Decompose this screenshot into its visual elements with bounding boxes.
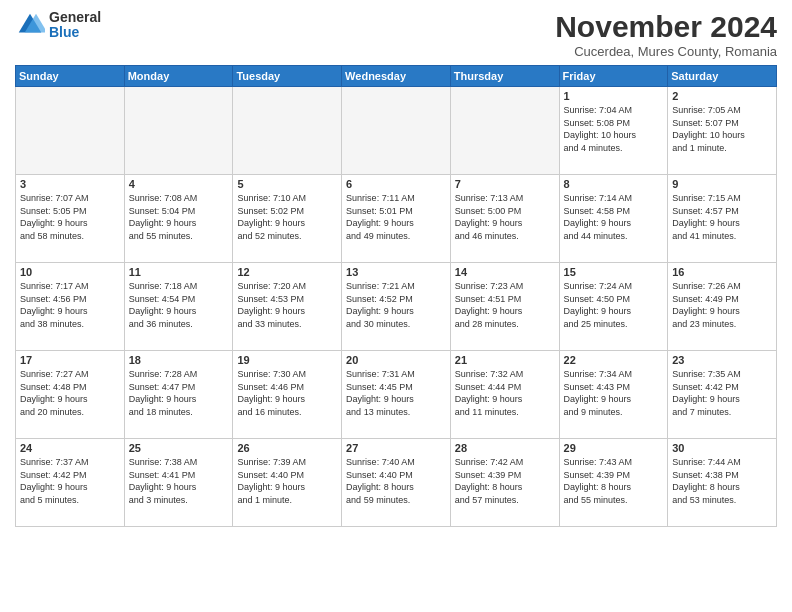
day-number: 5 [237,178,337,190]
day-info: Sunrise: 7:15 AM Sunset: 4:57 PM Dayligh… [672,192,772,242]
calendar-cell: 12Sunrise: 7:20 AM Sunset: 4:53 PM Dayli… [233,263,342,351]
day-number: 10 [20,266,120,278]
day-number: 29 [564,442,664,454]
day-info: Sunrise: 7:07 AM Sunset: 5:05 PM Dayligh… [20,192,120,242]
calendar-cell: 16Sunrise: 7:26 AM Sunset: 4:49 PM Dayli… [668,263,777,351]
day-number: 21 [455,354,555,366]
calendar-cell: 21Sunrise: 7:32 AM Sunset: 4:44 PM Dayli… [450,351,559,439]
calendar-cell: 3Sunrise: 7:07 AM Sunset: 5:05 PM Daylig… [16,175,125,263]
day-number: 20 [346,354,446,366]
day-number: 26 [237,442,337,454]
day-number: 7 [455,178,555,190]
month-title: November 2024 [555,10,777,44]
day-number: 9 [672,178,772,190]
calendar-cell: 2Sunrise: 7:05 AM Sunset: 5:07 PM Daylig… [668,87,777,175]
calendar-cell: 26Sunrise: 7:39 AM Sunset: 4:40 PM Dayli… [233,439,342,527]
calendar-cell: 6Sunrise: 7:11 AM Sunset: 5:01 PM Daylig… [342,175,451,263]
calendar-row: 3Sunrise: 7:07 AM Sunset: 5:05 PM Daylig… [16,175,777,263]
day-number: 24 [20,442,120,454]
calendar-cell: 13Sunrise: 7:21 AM Sunset: 4:52 PM Dayli… [342,263,451,351]
day-info: Sunrise: 7:27 AM Sunset: 4:48 PM Dayligh… [20,368,120,418]
weekday-header: Friday [559,66,668,87]
calendar-cell [233,87,342,175]
day-info: Sunrise: 7:37 AM Sunset: 4:42 PM Dayligh… [20,456,120,506]
calendar-cell: 10Sunrise: 7:17 AM Sunset: 4:56 PM Dayli… [16,263,125,351]
day-number: 1 [564,90,664,102]
calendar-row: 17Sunrise: 7:27 AM Sunset: 4:48 PM Dayli… [16,351,777,439]
day-number: 4 [129,178,229,190]
calendar-cell: 27Sunrise: 7:40 AM Sunset: 4:40 PM Dayli… [342,439,451,527]
weekday-header: Sunday [16,66,125,87]
location-subtitle: Cucerdea, Mures County, Romania [555,44,777,59]
weekday-header: Thursday [450,66,559,87]
day-info: Sunrise: 7:35 AM Sunset: 4:42 PM Dayligh… [672,368,772,418]
day-info: Sunrise: 7:26 AM Sunset: 4:49 PM Dayligh… [672,280,772,330]
day-number: 11 [129,266,229,278]
day-info: Sunrise: 7:20 AM Sunset: 4:53 PM Dayligh… [237,280,337,330]
calendar: SundayMondayTuesdayWednesdayThursdayFrid… [15,65,777,527]
calendar-cell: 8Sunrise: 7:14 AM Sunset: 4:58 PM Daylig… [559,175,668,263]
day-info: Sunrise: 7:13 AM Sunset: 5:00 PM Dayligh… [455,192,555,242]
title-block: November 2024 Cucerdea, Mures County, Ro… [555,10,777,59]
day-info: Sunrise: 7:34 AM Sunset: 4:43 PM Dayligh… [564,368,664,418]
day-number: 8 [564,178,664,190]
day-info: Sunrise: 7:40 AM Sunset: 4:40 PM Dayligh… [346,456,446,506]
calendar-cell: 11Sunrise: 7:18 AM Sunset: 4:54 PM Dayli… [124,263,233,351]
day-info: Sunrise: 7:11 AM Sunset: 5:01 PM Dayligh… [346,192,446,242]
calendar-cell: 18Sunrise: 7:28 AM Sunset: 4:47 PM Dayli… [124,351,233,439]
calendar-cell: 20Sunrise: 7:31 AM Sunset: 4:45 PM Dayli… [342,351,451,439]
weekday-row: SundayMondayTuesdayWednesdayThursdayFrid… [16,66,777,87]
day-info: Sunrise: 7:30 AM Sunset: 4:46 PM Dayligh… [237,368,337,418]
day-info: Sunrise: 7:39 AM Sunset: 4:40 PM Dayligh… [237,456,337,506]
day-number: 23 [672,354,772,366]
calendar-header: SundayMondayTuesdayWednesdayThursdayFrid… [16,66,777,87]
day-info: Sunrise: 7:21 AM Sunset: 4:52 PM Dayligh… [346,280,446,330]
day-info: Sunrise: 7:43 AM Sunset: 4:39 PM Dayligh… [564,456,664,506]
calendar-cell [450,87,559,175]
day-number: 18 [129,354,229,366]
day-number: 30 [672,442,772,454]
day-info: Sunrise: 7:28 AM Sunset: 4:47 PM Dayligh… [129,368,229,418]
calendar-cell: 5Sunrise: 7:10 AM Sunset: 5:02 PM Daylig… [233,175,342,263]
calendar-cell: 17Sunrise: 7:27 AM Sunset: 4:48 PM Dayli… [16,351,125,439]
calendar-cell: 29Sunrise: 7:43 AM Sunset: 4:39 PM Dayli… [559,439,668,527]
day-info: Sunrise: 7:32 AM Sunset: 4:44 PM Dayligh… [455,368,555,418]
day-info: Sunrise: 7:38 AM Sunset: 4:41 PM Dayligh… [129,456,229,506]
calendar-cell: 4Sunrise: 7:08 AM Sunset: 5:04 PM Daylig… [124,175,233,263]
day-info: Sunrise: 7:44 AM Sunset: 4:38 PM Dayligh… [672,456,772,506]
day-number: 3 [20,178,120,190]
day-info: Sunrise: 7:17 AM Sunset: 4:56 PM Dayligh… [20,280,120,330]
day-info: Sunrise: 7:24 AM Sunset: 4:50 PM Dayligh… [564,280,664,330]
calendar-cell [124,87,233,175]
day-info: Sunrise: 7:18 AM Sunset: 4:54 PM Dayligh… [129,280,229,330]
day-info: Sunrise: 7:05 AM Sunset: 5:07 PM Dayligh… [672,104,772,154]
header: General Blue November 2024 Cucerdea, Mur… [15,10,777,59]
day-number: 6 [346,178,446,190]
day-info: Sunrise: 7:23 AM Sunset: 4:51 PM Dayligh… [455,280,555,330]
calendar-cell: 23Sunrise: 7:35 AM Sunset: 4:42 PM Dayli… [668,351,777,439]
day-info: Sunrise: 7:08 AM Sunset: 5:04 PM Dayligh… [129,192,229,242]
day-info: Sunrise: 7:14 AM Sunset: 4:58 PM Dayligh… [564,192,664,242]
day-number: 27 [346,442,446,454]
day-number: 17 [20,354,120,366]
calendar-cell: 1Sunrise: 7:04 AM Sunset: 5:08 PM Daylig… [559,87,668,175]
weekday-header: Tuesday [233,66,342,87]
day-number: 14 [455,266,555,278]
calendar-body: 1Sunrise: 7:04 AM Sunset: 5:08 PM Daylig… [16,87,777,527]
day-number: 13 [346,266,446,278]
day-info: Sunrise: 7:31 AM Sunset: 4:45 PM Dayligh… [346,368,446,418]
calendar-cell: 15Sunrise: 7:24 AM Sunset: 4:50 PM Dayli… [559,263,668,351]
calendar-cell: 9Sunrise: 7:15 AM Sunset: 4:57 PM Daylig… [668,175,777,263]
calendar-cell: 22Sunrise: 7:34 AM Sunset: 4:43 PM Dayli… [559,351,668,439]
day-number: 22 [564,354,664,366]
weekday-header: Saturday [668,66,777,87]
calendar-cell [16,87,125,175]
calendar-row: 10Sunrise: 7:17 AM Sunset: 4:56 PM Dayli… [16,263,777,351]
weekday-header: Monday [124,66,233,87]
logo-blue: Blue [49,25,101,40]
calendar-cell: 25Sunrise: 7:38 AM Sunset: 4:41 PM Dayli… [124,439,233,527]
calendar-row: 24Sunrise: 7:37 AM Sunset: 4:42 PM Dayli… [16,439,777,527]
day-number: 2 [672,90,772,102]
calendar-row: 1Sunrise: 7:04 AM Sunset: 5:08 PM Daylig… [16,87,777,175]
day-number: 28 [455,442,555,454]
